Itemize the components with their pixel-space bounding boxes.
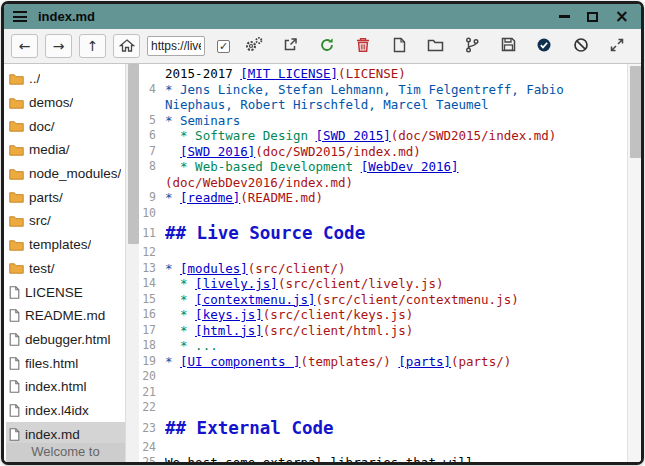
gears-icon	[244, 36, 264, 56]
fullscreen-button[interactable]	[605, 34, 629, 58]
file-icon	[9, 333, 20, 346]
line-number: 10	[139, 206, 165, 222]
home-button[interactable]	[113, 34, 140, 58]
editor-scrollbar-thumb[interactable]	[630, 66, 641, 158]
editor-line-6[interactable]: 6 * Software Design [SWD 2015](doc/SWD20…	[139, 128, 627, 144]
close-icon[interactable]: ×	[615, 8, 629, 25]
folder-icon	[9, 120, 24, 132]
editor-line-25[interactable]: 25We host some external libraries that w…	[139, 455, 627, 462]
editor-lines: 2015-2017 [MIT LICENSE](LICENSE)4* Jens …	[139, 66, 641, 462]
editor-line-9[interactable]: 9* [readme](README.md)	[139, 190, 627, 206]
check-circle-icon	[536, 37, 552, 56]
editor-line-5[interactable]: 5* Seminars	[139, 113, 627, 129]
menu-icon[interactable]	[13, 11, 27, 22]
line-content: Niephaus, Robert Hirschfeld, Marcel Taeu…	[165, 97, 489, 113]
sidebar-item-readme-md[interactable]: README.md	[6, 304, 125, 328]
line-number: 16	[139, 307, 165, 323]
editor-line-18[interactable]: 18 * ...	[139, 338, 627, 354]
sidebar-scrollbar[interactable]	[125, 64, 139, 462]
check-mark-icon: ✓	[219, 41, 228, 52]
url-input[interactable]	[147, 36, 205, 56]
sidebar-item-index-md[interactable]: index.md	[6, 422, 125, 443]
sidebar-item-media[interactable]: media/	[6, 138, 125, 162]
editor-heading-line-23[interactable]: 23## External Code	[139, 416, 627, 440]
forward-button[interactable]: →	[45, 34, 72, 58]
folder-outline-icon	[427, 38, 444, 55]
back-button[interactable]: ←	[11, 34, 38, 58]
block-button[interactable]	[569, 34, 593, 58]
sidebar-item-node-modules[interactable]: node_modules/	[6, 162, 125, 186]
folder-icon	[9, 97, 24, 109]
sidebar-item-license[interactable]: LICENSE	[6, 280, 125, 304]
editor-line-wrap[interactable]: Niephaus, Robert Hirschfeld, Marcel Taeu…	[139, 97, 627, 113]
file-icon	[9, 286, 20, 299]
sidebar-item-demos[interactable]: demos/	[6, 91, 125, 115]
editor-line-wrap[interactable]: 2015-2017 [MIT LICENSE](LICENSE)	[139, 66, 627, 82]
folder-button[interactable]	[424, 34, 448, 58]
line-number: 24	[139, 440, 165, 456]
settings-button[interactable]	[242, 34, 266, 58]
editor-line-19[interactable]: 19* [UI components ](templates/) [parts]…	[139, 354, 627, 370]
editor-line-wrap[interactable]: (doc/WebDev2016/index.md)	[139, 175, 627, 191]
open-external-button[interactable]	[279, 34, 303, 58]
save-button[interactable]	[496, 34, 520, 58]
new-file-icon	[393, 37, 406, 56]
editor-line-20[interactable]: 20	[139, 369, 627, 385]
editor-line-21[interactable]: 21	[139, 385, 627, 401]
markdown-editor[interactable]: 2015-2017 [MIT LICENSE](LICENSE)4* Jens …	[139, 64, 641, 462]
sidebar-item-parts[interactable]: parts/	[6, 185, 125, 209]
refresh-button[interactable]	[315, 34, 339, 58]
file-browser-sidebar: ../demos/doc/media/node_modules/parts/sr…	[4, 64, 125, 462]
editor-line-15[interactable]: 15 * [contextmenu.js](src/client/context…	[139, 292, 627, 308]
file-icon	[9, 404, 20, 417]
line-content: * [keys.js](src/client/keys.js)	[165, 307, 413, 323]
accept-button[interactable]	[532, 34, 556, 58]
editor-line-8[interactable]: 8 * Web-based Development [WebDev 2016]	[139, 159, 627, 175]
sidebar-item-[interactable]: ../	[6, 67, 125, 91]
sidebar-item-debugger-html[interactable]: debugger.html	[6, 328, 125, 352]
sidebar-item-doc[interactable]: doc/	[6, 114, 125, 138]
sidebar-item-label: templates/	[29, 237, 91, 252]
editor-line-14[interactable]: 14 * [lively.js](src/client/lively.js)	[139, 276, 627, 292]
file-icon	[9, 428, 20, 441]
editor-line-12[interactable]: 12	[139, 245, 627, 261]
editor-line-24[interactable]: 24	[139, 440, 627, 456]
line-number: 20	[139, 369, 165, 385]
line-content: * ...	[165, 338, 218, 354]
sidebar-item-label: README.md	[25, 308, 105, 323]
editor-line-16[interactable]: 16 * [keys.js](src/client/keys.js)	[139, 307, 627, 323]
editor-scrollbar[interactable]	[627, 64, 641, 462]
editor-line-22[interactable]: 22	[139, 400, 627, 416]
maximize-icon[interactable]	[587, 12, 598, 22]
sidebar-item-label: src/	[29, 213, 51, 228]
up-arrow-icon: ↑	[87, 39, 99, 53]
delete-button[interactable]	[351, 34, 375, 58]
sidebar-item-files-html[interactable]: files.html	[6, 351, 125, 375]
sidebar-item-index-l4idx[interactable]: index.l4idx	[6, 399, 125, 423]
sidebar-item-templates[interactable]: templates/	[6, 233, 125, 257]
folder-icon	[9, 73, 24, 85]
titlebar[interactable]: index.md ×	[4, 4, 641, 29]
git-branch-button[interactable]	[460, 34, 484, 58]
sidebar-item-test[interactable]: test/	[6, 257, 125, 281]
editor-line-17[interactable]: 17 * [html.js](src/client/html.js)	[139, 323, 627, 339]
folder-icon	[9, 262, 24, 274]
file-icon	[9, 309, 20, 322]
editor-line-13[interactable]: 13* [modules](src/client/)	[139, 261, 627, 277]
line-content: ## Live Source Code	[165, 221, 365, 245]
editor-line-7[interactable]: 7 [SWD 2016](doc/SWD2015/index.md)	[139, 144, 627, 160]
folder-icon	[9, 191, 24, 203]
new-file-button[interactable]	[387, 34, 411, 58]
sidebar-scrollbar-thumb[interactable]	[128, 64, 139, 244]
editor-heading-line-11[interactable]: 11## Live Source Code	[139, 221, 627, 245]
editor-line-4[interactable]: 4* Jens Lincke, Stefan Lehmann, Tim Felg…	[139, 82, 627, 98]
line-number: 13	[139, 261, 165, 277]
editor-line-10[interactable]: 10	[139, 206, 627, 222]
options-checkbox[interactable]: ✓	[217, 40, 230, 53]
sidebar-item-index-html[interactable]: index.html	[6, 375, 125, 399]
sidebar-item-src[interactable]: src/	[6, 209, 125, 233]
line-content: * Seminars	[165, 113, 240, 129]
up-button[interactable]: ↑	[79, 34, 106, 58]
minimize-icon[interactable]	[559, 15, 570, 18]
line-content: * Jens Lincke, Stefan Lehmann, Tim Felge…	[165, 82, 564, 98]
